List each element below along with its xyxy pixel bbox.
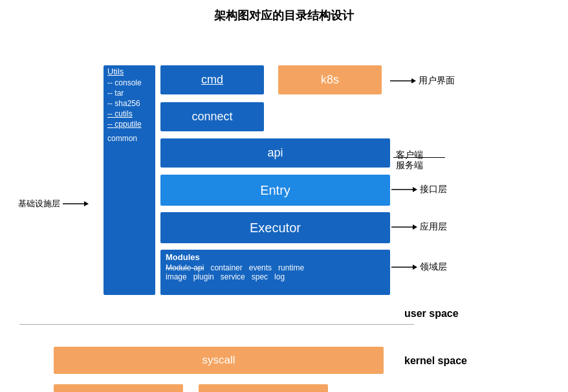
application-layer-label: 应用层 bbox=[420, 221, 447, 233]
server-label-container: 服务端 bbox=[396, 159, 423, 171]
domain-layer-label: 领域层 bbox=[420, 261, 447, 273]
infra-layer-label: 基础设施层 bbox=[18, 198, 60, 210]
cmd-label: cmd bbox=[201, 73, 223, 87]
arrow-infra-layer bbox=[63, 200, 89, 208]
user-interface-label: 用户界面 bbox=[419, 75, 455, 87]
k8s-box: k8s bbox=[278, 65, 382, 94]
syscall-label: syscall bbox=[202, 354, 235, 367]
module-service: service bbox=[221, 272, 245, 281]
modules-row1: Module-api container events runtime bbox=[166, 263, 385, 272]
modules-row2: image plugin service spec log bbox=[166, 272, 385, 281]
application-layer-container: 应用层 bbox=[391, 221, 447, 233]
module-image: image bbox=[166, 272, 187, 281]
arrow-domain-layer bbox=[391, 263, 417, 271]
user-space-label: user space bbox=[404, 308, 459, 319]
svg-marker-5 bbox=[413, 224, 417, 230]
blue-sidebar: Utils -- console -- tar -- sha256 -- cut… bbox=[104, 65, 155, 295]
client-server-divider bbox=[393, 157, 445, 158]
module-api: Module-api bbox=[166, 263, 204, 272]
svg-marker-3 bbox=[413, 187, 417, 192]
kernel-space-label: kernel space bbox=[404, 355, 467, 366]
interface-layer-label: 接口层 bbox=[420, 184, 447, 195]
utils-item-console: -- console bbox=[104, 78, 155, 88]
utils-item-sha256: -- sha256 bbox=[104, 98, 155, 109]
user-interface-container: 用户界面 bbox=[390, 75, 455, 87]
connect-label: connect bbox=[191, 110, 232, 124]
k8s-label: k8s bbox=[321, 73, 339, 87]
module-spec: spec bbox=[252, 272, 268, 281]
entry-box: Entry bbox=[160, 175, 390, 206]
user-kernel-divider bbox=[19, 324, 414, 325]
interface-layer-container: 接口层 bbox=[391, 184, 447, 195]
utils-item-common: common bbox=[104, 133, 155, 144]
namespace-box: namespace bbox=[199, 384, 328, 392]
server-label: 服务端 bbox=[396, 160, 423, 170]
utils-item-cpputile: -- cpputile bbox=[104, 119, 155, 129]
infra-layer-container: 基础设施层 bbox=[18, 198, 89, 210]
domain-layer-container: 领域层 bbox=[391, 261, 447, 273]
modules-box: Modules Module-api container events runt… bbox=[160, 250, 390, 295]
module-events: events bbox=[249, 263, 272, 272]
syscall-box: syscall bbox=[54, 347, 384, 374]
svg-marker-1 bbox=[411, 78, 416, 83]
connect-box: connect bbox=[160, 102, 264, 131]
user-space-container: user space bbox=[404, 308, 459, 320]
entry-label: Entry bbox=[260, 183, 290, 198]
svg-marker-7 bbox=[413, 265, 417, 270]
client-label: 客户端 bbox=[396, 149, 423, 160]
arrow-user-interface bbox=[390, 77, 416, 85]
cmd-box: cmd bbox=[160, 65, 264, 94]
kernel-space-container: kernel space bbox=[404, 355, 467, 367]
module-log: log bbox=[274, 272, 285, 281]
arrow-application-layer bbox=[391, 223, 417, 231]
utils-title: Utils bbox=[104, 65, 155, 78]
cgroup-box: cgroup bbox=[54, 384, 183, 392]
svg-marker-9 bbox=[84, 201, 89, 206]
utils-item-tar: -- tar bbox=[104, 88, 155, 98]
api-box: api bbox=[160, 138, 390, 168]
arrow-interface-layer bbox=[391, 186, 417, 193]
module-container: container bbox=[210, 263, 242, 272]
modules-title: Modules bbox=[166, 252, 385, 262]
executor-label: Executor bbox=[250, 221, 301, 235]
module-plugin: plugin bbox=[193, 272, 214, 281]
utils-item-cutils: -- cutils bbox=[104, 109, 155, 119]
api-label: api bbox=[267, 146, 283, 160]
executor-box: Executor bbox=[160, 212, 390, 243]
page-title: 架构图对应的目录结构设计 bbox=[0, 0, 568, 30]
diagram-area: Utils -- console -- tar -- sha256 -- cut… bbox=[0, 30, 568, 386]
module-runtime: runtime bbox=[278, 263, 304, 272]
